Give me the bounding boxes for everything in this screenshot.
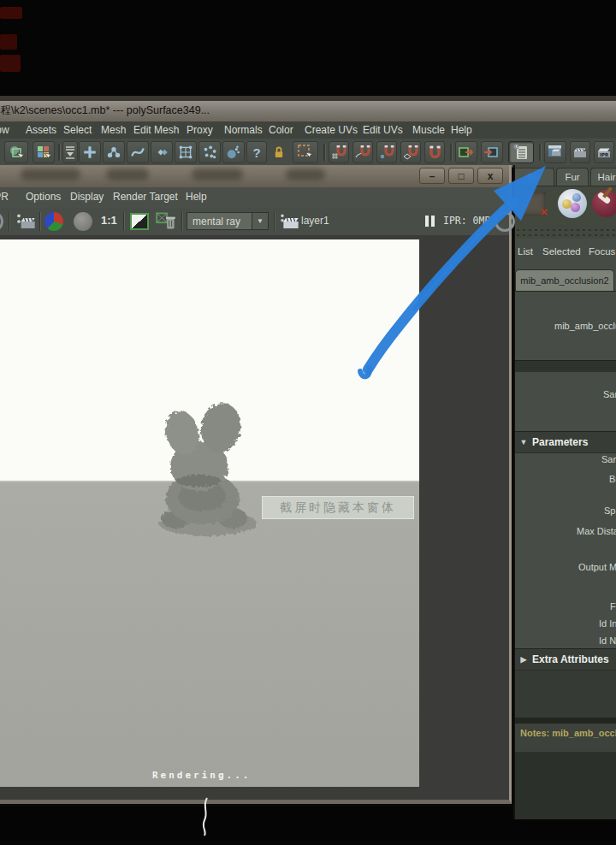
shelf-grip-dots [515,228,616,239]
highlight-selection-button[interactable] [293,141,318,163]
magnet-grid-icon [331,145,346,160]
rendered-image[interactable]: 截屏时隐藏本窗体 Rendering... [0,239,419,787]
chevron-down-icon: ▼ [252,213,268,229]
mask-handles-button[interactable] [79,141,101,163]
attribute-editor-panel: lu Fur Hair × List Selected Focus mib_am… [513,165,616,819]
ipr-render-button[interactable]: IPR [594,141,614,163]
extra-attributes-section-header[interactable]: ▶ Extra Attributes [515,648,616,671]
titlebar-texture [192,168,243,180]
shelf-tab-partial[interactable]: lu [513,168,554,186]
render-view-titlebar[interactable]: – □ x [0,165,509,187]
rgb-channels-icon[interactable] [44,212,63,231]
mask-points-button[interactable] [103,141,125,163]
toolbar-separator [39,212,41,231]
remove-image-button[interactable] [156,211,176,234]
rv-menu-render-target[interactable]: Render Target [113,191,178,203]
rv-menu-options[interactable]: Options [26,191,61,203]
make-live-button[interactable] [424,141,445,163]
shelf-icon-texture[interactable]: × [518,192,546,216]
menu-color[interactable]: Color [269,124,293,136]
render-view-window-icon [547,144,564,161]
renderer-dropdown[interactable]: mental ray ▼ [187,212,269,230]
toolbar-separator [450,144,453,161]
minimize-icon: – [429,170,435,182]
help-icon: ? [252,145,260,160]
help-button[interactable]: ? [246,141,267,163]
output-connections-button[interactable] [481,141,503,163]
clapperboard-dots-icon [15,211,36,232]
notes-field[interactable] [515,752,616,819]
menu-select[interactable]: Select [63,124,92,136]
toolbar-separator [9,212,10,231]
watermark-text: 截屏时隐藏本窗体 [280,500,396,516]
param-label-falloff: Falloff [610,601,616,612]
menu-mesh[interactable]: Mesh [101,124,126,136]
mask-curves-button[interactable] [127,141,149,163]
alpha-channel-icon[interactable] [74,212,92,231]
ae-node-tab[interactable]: mib_amb_occlusion2 [515,269,614,291]
mask-particles-button[interactable] [198,141,221,163]
menu-help[interactable]: Help [451,124,472,136]
snapshot-button[interactable] [15,211,36,234]
attribute-editor-toggle-button[interactable] [508,141,534,163]
snap-align-button[interactable] [62,141,78,163]
ae-menu-list[interactable]: List [518,246,533,257]
desktop-red-mark [0,34,17,50]
rv-menu-ipr[interactable]: IPR [0,191,9,203]
menu-create-uvs[interactable]: Create UVs [305,124,358,136]
zoom-one-to-one-button[interactable]: 1:1 [101,214,117,227]
attribute-editor-icon [512,143,530,162]
snap-to-curves-button[interactable] [352,141,373,163]
input-connections-icon [458,145,475,160]
param-label-bright: Bright [609,474,616,484]
layer-label[interactable]: layer1 [301,215,329,227]
menu-window[interactable]: Window [0,124,9,136]
select-hierarchy-button[interactable] [4,141,28,163]
pause-ipr-button[interactable] [425,216,437,229]
main-window-title: 工程\k2\scenes\occ1.mb* --- polySurface349… [0,103,210,118]
maximize-button[interactable]: □ [448,168,474,184]
main-window-titlebar[interactable]: 工程\k2\scenes\occ1.mb* --- polySurface349… [0,101,616,122]
mask-faces-button[interactable] [151,141,173,163]
menu-muscle[interactable]: Muscle [412,124,445,136]
trash-icon [156,211,176,232]
render-view-window-button[interactable] [544,141,566,163]
render-current-frame-button[interactable] [570,141,590,163]
snap-to-points-button[interactable] [376,141,397,163]
shelf-icon-paint-brush[interactable] [592,190,616,217]
screenshot-watermark: 截屏时隐藏本窗体 [262,496,414,519]
snap-to-grids-button[interactable] [329,141,349,163]
desktop-red-mark [0,7,22,19]
shelf-tab-hair[interactable]: Hair [590,168,616,186]
rv-menu-help[interactable]: Help [186,191,207,203]
close-button[interactable]: x [477,168,503,184]
render-view-menubar: IPR Options Display Render Target Help [0,187,509,209]
parameters-section-header[interactable]: ▼ Parameters [515,431,616,453]
shelf-icon-shading-spheres[interactable] [558,189,587,218]
menu-normals[interactable]: Normals [224,124,263,136]
keep-image-button[interactable] [130,213,149,230]
snap-to-planes-button[interactable] [400,141,421,163]
mask-lattices-button[interactable] [175,141,197,163]
input-connections-button[interactable] [455,141,477,163]
shelf-tab-fur[interactable]: Fur [556,168,589,186]
minimize-button[interactable]: – [419,168,445,184]
particles-icon [202,145,217,160]
menu-edit-uvs[interactable]: Edit UVs [363,124,403,136]
rv-menu-display[interactable]: Display [70,191,104,203]
region-render-icon[interactable] [495,211,515,232]
redo-render-icon[interactable] [0,211,3,232]
ae-menu-selected[interactable]: Selected [542,246,581,257]
snap-align-icon [65,145,75,160]
menu-assets[interactable]: Assets [26,124,56,136]
ae-node-tab-label: mib_amb_occlusion2 [520,275,608,286]
select-object-type-button[interactable] [33,141,55,163]
menu-edit-mesh[interactable]: Edit Mesh [133,124,179,136]
ae-menu-focus[interactable]: Focus [589,246,615,257]
menu-proxy[interactable]: Proxy [187,124,213,136]
lock-button[interactable] [270,141,287,163]
ae-body: mib_amb_occlusion Sample ▼ Parameters Sa… [515,291,616,819]
toolbar-separator [323,144,326,161]
mask-rendering-button[interactable] [222,141,245,163]
toolbar-separator [274,212,275,231]
